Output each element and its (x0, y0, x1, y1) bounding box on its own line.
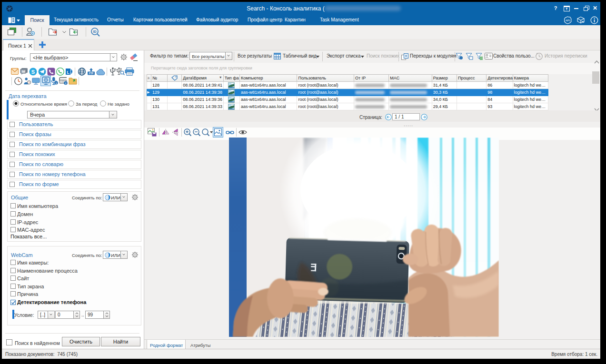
svg-text:S: S (31, 69, 35, 75)
svg-text:IM: IM (21, 70, 25, 73)
svg-text:FTP: FTP (89, 72, 94, 75)
svg-text:L: L (67, 70, 70, 75)
svg-text:HTTP: HTTP (79, 71, 85, 73)
svg-text:ID: ID (93, 30, 97, 33)
svg-text:API: API (566, 19, 570, 22)
